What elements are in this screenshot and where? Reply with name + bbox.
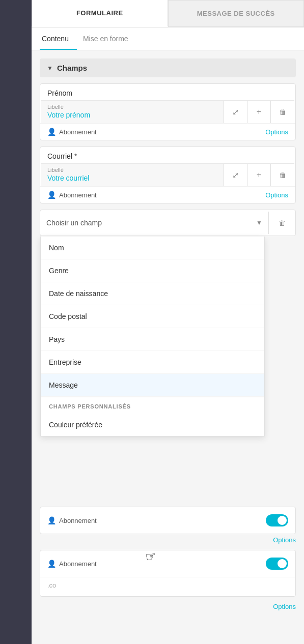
subscription-icon-toggle-1: 👤 [47, 516, 56, 524]
dropdown-item-nom[interactable]: Nom [41, 237, 264, 259]
dropdown-placeholder: Choisir un champ [46, 219, 102, 227]
section-label: Champs [57, 64, 87, 72]
subscription-icon-toggle-2: 👤 [47, 560, 56, 568]
field-footer-courriel: 👤 Abonnement Options [40, 186, 295, 203]
main-content: FORMULAIRE MESSAGE DE SUCCÈS Contenu Mis… [32, 0, 304, 644]
options-link-below-1[interactable]: Options [273, 536, 296, 544]
subscription-prenom: 👤 Abonnement [47, 128, 97, 136]
field-input-row-prenom: Libellé Votre prénom ⤢ + 🗑 [41, 100, 294, 123]
dropdown-item-date-naissance[interactable]: Date de naissance [41, 282, 264, 305]
tab-success[interactable]: MESSAGE DE SUCCÈS [168, 0, 305, 27]
options-row-1: Options [40, 536, 296, 544]
field-actions-prenom: ⤢ + 🗑 [224, 101, 294, 123]
field-label-courriel: Libellé [47, 167, 217, 173]
dropdown-item-code-postal[interactable]: Code postal [41, 305, 264, 328]
dropdown-arrow-icon: ▼ [256, 219, 262, 226]
card-email-row: .co [40, 577, 295, 596]
dropdown-item-entreprise[interactable]: Entreprise [41, 351, 264, 374]
field-card-prenom: Prénom Libellé Votre prénom ⤢ + 🗑 [40, 83, 296, 140]
fields-container: Prénom Libellé Votre prénom ⤢ + 🗑 [32, 77, 304, 242]
options-link-below-2[interactable]: Options [273, 603, 296, 610]
section-arrow-icon: ▼ [47, 65, 53, 72]
field-card-courriel: Courriel * Libellé Votre courriel ⤢ + 🗑 [40, 147, 296, 203]
delete-icon-courriel: 🗑 [279, 171, 286, 179]
dropdown-item-couleur[interactable]: Couleur préférée [41, 414, 264, 436]
subscription-courriel: 👤 Abonnement [47, 191, 97, 199]
dropdown-delete-icon: 🗑 [279, 219, 286, 227]
card-toggle-row-1: 👤 Abonnement [40, 507, 295, 534]
options-link-prenom[interactable]: Options [265, 128, 288, 136]
dropdown-custom-section-label: CHAMPS PERSONNALISÉS [41, 397, 264, 414]
move-button-courriel[interactable]: ⤢ [224, 164, 247, 186]
subscription-label-toggle-2: Abonnement [59, 560, 97, 568]
move-icon-courriel: ⤢ [232, 170, 239, 180]
dropdown-row: Choisir un champ ▼ 🗑 [40, 210, 295, 236]
add-icon: + [257, 107, 261, 116]
field-placeholder-courriel: Votre courriel [47, 174, 217, 182]
field-label-prenom: Libellé [47, 104, 217, 110]
card-toggle-1: 👤 Abonnement [40, 507, 296, 534]
add-button-courriel[interactable]: + [247, 164, 271, 186]
delete-button-prenom[interactable]: 🗑 [271, 101, 294, 123]
subscription-label-courriel: Abonnement [59, 191, 97, 199]
field-actions-courriel: ⤢ + 🗑 [224, 164, 294, 186]
field-dropdown[interactable]: Choisir un champ ▼ [40, 212, 269, 234]
tab-contenu[interactable]: Contenu [40, 27, 77, 50]
subscription-toggle-2: 👤 Abonnement [47, 560, 97, 568]
subscription-icon-courriel: 👤 [47, 191, 56, 199]
sidebar [0, 0, 32, 644]
field-title-prenom: Prénom [40, 84, 295, 100]
move-button-prenom[interactable]: ⤢ [224, 101, 247, 123]
dropdown-menu: Nom Genre Date de naissance Code postal … [40, 237, 265, 436]
content-tabs: Contenu Mise en forme [32, 27, 304, 50]
options-row-2: Options [40, 603, 296, 610]
field-input-box-prenom: Libellé Votre prénom [41, 101, 224, 123]
add-icon-courriel: + [257, 170, 261, 180]
dropdown-item-genre[interactable]: Genre [41, 259, 264, 282]
field-title-courriel: Courriel * [40, 147, 295, 163]
dropdown-item-pays[interactable]: Pays [41, 328, 264, 351]
tab-mise-en-forme[interactable]: Mise en forme [81, 27, 136, 50]
dropdown-card: Choisir un champ ▼ 🗑 Nom Genre Date de n… [40, 210, 296, 236]
subscription-label-toggle-1: Abonnement [59, 517, 97, 524]
toggle-switch-1[interactable] [266, 514, 288, 526]
card-toggle-2: 👤 Abonnement .co [40, 550, 296, 597]
field-input-row-courriel: Libellé Votre courriel ⤢ + 🗑 [41, 163, 294, 186]
subscription-label-prenom: Abonnement [59, 128, 97, 136]
subscription-icon-prenom: 👤 [47, 128, 56, 136]
below-dropdown-area: 👤 Abonnement Options 👤 Abonnement .co [32, 507, 304, 619]
subscription-toggle-1: 👤 Abonnement [47, 516, 97, 524]
move-icon: ⤢ [232, 107, 239, 117]
tab-formulaire[interactable]: FORMULAIRE [32, 0, 168, 27]
dropdown-item-message[interactable]: Message [41, 374, 264, 397]
card-toggle-row-2: 👤 Abonnement [40, 550, 295, 577]
toggle-switch-2[interactable] [266, 558, 288, 570]
tab-bar: FORMULAIRE MESSAGE DE SUCCÈS [32, 0, 304, 27]
section-champs: ▼ Champs [40, 58, 296, 77]
field-input-box-courriel: Libellé Votre courriel [41, 164, 224, 186]
field-footer-prenom: 👤 Abonnement Options [40, 123, 295, 140]
card-email-text: .co [47, 581, 288, 589]
delete-button-courriel[interactable]: 🗑 [271, 164, 294, 186]
dropdown-delete-button[interactable]: 🗑 [269, 210, 295, 236]
delete-icon: 🗑 [279, 108, 286, 116]
options-link-courriel[interactable]: Options [265, 191, 288, 199]
field-placeholder-prenom: Votre prénom [47, 111, 217, 119]
add-button-prenom[interactable]: + [247, 101, 271, 123]
